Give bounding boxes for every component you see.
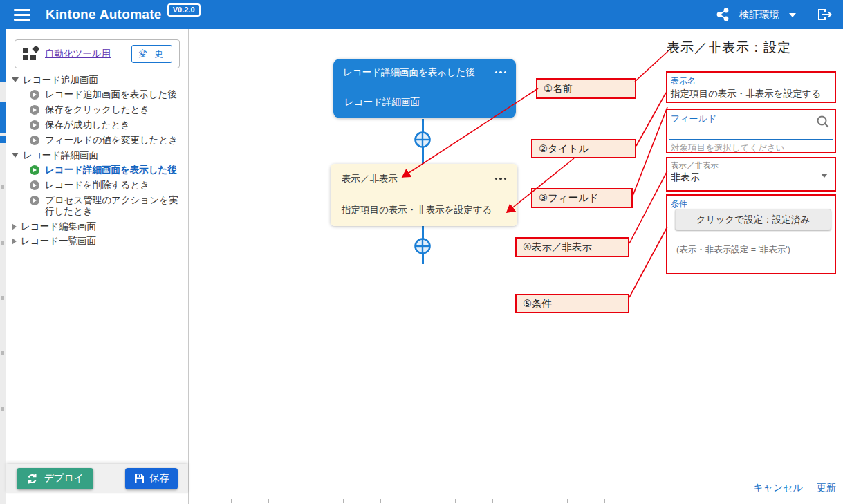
tree-event-item[interactable]: 保存をクリックしたとき: [6, 102, 188, 118]
visibility-section: 表示／非表示 非表示: [666, 157, 836, 192]
field-input-underline: [669, 139, 833, 140]
field-section: フィールド 対象項目を選択してください: [666, 109, 836, 153]
left-edge-strip: [0, 29, 6, 504]
action-node-title: 表示／非表示: [342, 173, 398, 185]
field-helper-text: 対象項目を選択してください: [671, 142, 785, 154]
annotation-box-title: ②タイトル: [531, 139, 636, 158]
logout-icon[interactable]: [817, 8, 832, 21]
panel-title: 表示／非表示：設定: [667, 39, 791, 57]
visibility-label: 表示／非表示: [671, 160, 835, 171]
search-icon[interactable]: [816, 115, 830, 131]
expand-triangle-icon[interactable]: [12, 77, 19, 82]
tree-group-record-add[interactable]: レコード追加画面: [6, 73, 188, 87]
more-menu-icon[interactable]: [495, 175, 507, 183]
annotation-box-visibility: ④表示／非表示: [515, 237, 629, 257]
play-icon: [30, 136, 39, 145]
annotation-box-condition: ⑤条件: [515, 294, 629, 313]
tree-group-record-list[interactable]: レコード一覧画面: [6, 234, 188, 248]
save-floppy-icon: [134, 474, 145, 484]
play-icon: [30, 180, 39, 190]
kintone-automate-page: Kintone Automate V0.2.0 検証環境 自動化ツール用 変 更: [0, 0, 843, 504]
collapse-triangle-icon[interactable]: [12, 223, 17, 230]
more-menu-icon[interactable]: [495, 68, 507, 77]
play-icon: [30, 196, 39, 205]
version-badge: V0.2.0: [167, 3, 201, 17]
trigger-node-title: レコード詳細画面を表示した後: [343, 66, 475, 79]
app-title: Kintone Automate: [46, 7, 162, 22]
visibility-select[interactable]: 非表示: [671, 171, 835, 184]
app-bar: Kintone Automate V0.2.0 検証環境: [0, 0, 843, 29]
hamburger-menu-icon[interactable]: [14, 9, 30, 21]
tree-event-item[interactable]: プロセス管理のアクションを実行したとき: [6, 193, 188, 219]
display-name-section: 表示名 指定項目の表示・非表示を設定する: [666, 71, 836, 103]
action-node[interactable]: 表示／非表示 指定項目の表示・非表示を設定する: [331, 164, 517, 226]
display-name-label: 表示名: [671, 75, 835, 87]
field-search-input[interactable]: [670, 122, 814, 139]
add-step-plus-icon[interactable]: [414, 131, 432, 149]
play-icon: [30, 120, 39, 130]
save-button[interactable]: 保存: [125, 468, 178, 489]
play-icon: [30, 165, 39, 175]
condition-summary: (表示・非表示設定 = '非表示'): [676, 244, 790, 256]
trigger-node-subtitle: レコード詳細画面: [344, 96, 420, 109]
app-selector-box: 自動化ツール用 変 更: [15, 39, 180, 68]
deploy-refresh-icon: [26, 473, 38, 485]
cancel-button[interactable]: キャンセル: [753, 482, 803, 494]
deploy-button[interactable]: デプロイ: [17, 468, 93, 489]
share-icon[interactable]: [716, 8, 730, 21]
tree-event-item[interactable]: レコード追加画面を表示した後: [6, 87, 188, 102]
collapse-triangle-icon[interactable]: [12, 238, 17, 245]
trigger-node[interactable]: レコード詳細画面を表示した後 レコード詳細画面: [333, 59, 516, 118]
tree-event-item[interactable]: レコードを削除するとき: [6, 178, 188, 193]
condition-section: 条件 クリックで設定：設定済み (表示・非表示設定 = '非表示'): [666, 194, 836, 274]
add-step-plus-icon[interactable]: [414, 237, 432, 255]
update-button[interactable]: 更新: [817, 482, 836, 494]
dropdown-caret-icon[interactable]: [821, 174, 828, 178]
tree-event-item[interactable]: 保存が成功したとき: [6, 118, 188, 133]
app-icon: [22, 46, 39, 62]
sidebar-footer: デプロイ 保存: [6, 464, 188, 493]
tree-group-record-detail[interactable]: レコード詳細画面: [6, 148, 188, 162]
chevron-down-icon[interactable]: [789, 13, 796, 17]
play-icon: [30, 105, 39, 115]
annotation-box-name: ①名前: [536, 78, 636, 99]
sidebar: 自動化ツール用 変 更 レコード追加画面 レコード追加画面を表示した後 保存をク…: [6, 29, 189, 504]
annotation-box-field: ③フィールド: [531, 188, 633, 208]
tree-group-record-edit[interactable]: レコード編集画面: [6, 219, 188, 234]
play-icon: [30, 90, 39, 100]
display-name-value[interactable]: 指定項目の表示・非表示を設定する: [671, 88, 835, 100]
tree-event-item-active[interactable]: レコード詳細画面を表示した後: [6, 162, 188, 178]
settings-panel: 表示／非表示：設定 表示名 指定項目の表示・非表示を設定する フィールド 対象項…: [658, 29, 843, 504]
tree-event-item[interactable]: フィールドの値を変更したとき: [6, 133, 188, 148]
environment-selector[interactable]: 検証環境: [739, 8, 779, 21]
app-name-link[interactable]: 自動化ツール用: [45, 48, 111, 60]
condition-set-button[interactable]: クリックで設定：設定済み: [675, 209, 831, 230]
action-node-subtitle: 指定項目の表示・非表示を設定する: [342, 204, 492, 216]
expand-triangle-icon[interactable]: [12, 153, 19, 158]
visibility-underline: [669, 187, 833, 187]
change-app-button[interactable]: 変 更: [131, 45, 172, 63]
event-tree: レコード追加画面 レコード追加画面を表示した後 保存をクリックしたとき 保存が成…: [6, 73, 188, 248]
